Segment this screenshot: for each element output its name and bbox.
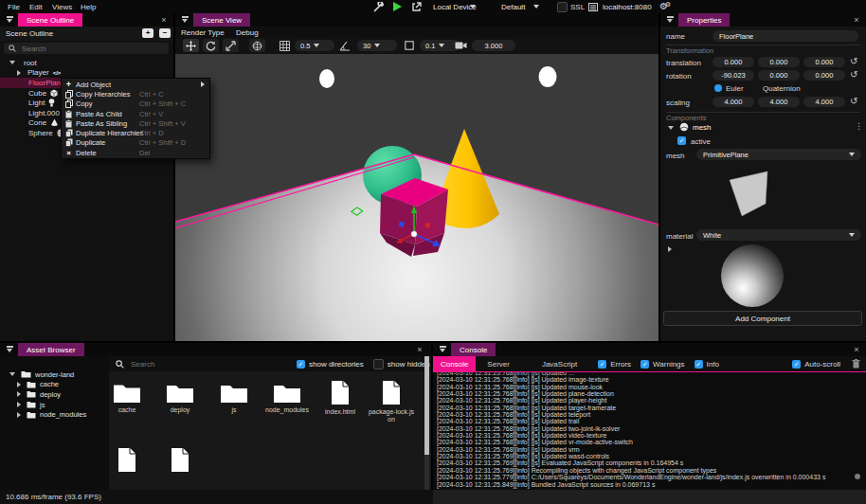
menu-edit[interactable]: Edit (29, 3, 43, 11)
console-subtab-console[interactable]: Console (433, 356, 476, 371)
rotation-z-field[interactable]: 0.000 (803, 70, 845, 81)
component-options-icon[interactable]: ⋮ (855, 121, 863, 131)
debug-menu[interactable]: Debug (236, 28, 259, 37)
console-subtab-server[interactable]: Server (479, 356, 517, 371)
material-expand-arrow[interactable] (668, 246, 672, 252)
trash-icon[interactable] (852, 359, 860, 369)
translation-y-field[interactable]: 0.000 (758, 57, 800, 67)
add-component-button[interactable]: Add Component (663, 311, 862, 326)
show-hidden-checkbox[interactable] (373, 359, 384, 369)
close-icon[interactable]: × (851, 14, 862, 26)
asset-tree-item-node-modules[interactable]: node_modules (0, 409, 109, 420)
config-select-caret[interactable] (533, 5, 539, 9)
tab-asset-browser[interactable]: Asset Browser (18, 343, 84, 356)
menu-item-duplicate[interactable]: Duplicate Ctrl + Shift + D (62, 138, 209, 148)
close-icon[interactable]: × (851, 344, 862, 355)
config-select-value[interactable]: Default (501, 3, 525, 11)
component-collapse-arrow[interactable] (668, 126, 674, 130)
menu-item-paste-as-child[interactable]: Paste As Child Ctrl + V (62, 109, 209, 118)
open-external-icon[interactable] (411, 2, 422, 12)
euler-label[interactable]: Euler (726, 84, 744, 93)
asset-item-cache[interactable]: cache (100, 383, 153, 414)
console-log[interactable]: [2024-03-10 12:31:25.768][info] [js] Upd… (433, 371, 866, 490)
expand-arrow-icon[interactable] (17, 70, 21, 76)
device-select-caret[interactable] (470, 5, 476, 9)
mesh-select[interactable]: PrimitivePlane (696, 149, 861, 160)
menu-item-duplicate-hierarchies[interactable]: Duplicate Hierarchies Ctrl + D (62, 128, 209, 137)
menu-item-copy[interactable]: Copy Ctrl + Shift + C (62, 99, 209, 109)
asset-tree-item-deploy[interactable]: deploy (0, 389, 109, 400)
scaling-x-field[interactable]: 4.000 (713, 97, 754, 107)
camera-speed-input[interactable]: 3.000 (472, 40, 515, 51)
scrollbar-thumb[interactable] (424, 356, 429, 455)
show-directories-checkbox[interactable]: ✓ (297, 360, 305, 369)
autoscroll-checkbox[interactable]: ✓ (792, 360, 801, 369)
scaling-y-field[interactable]: 4.000 (758, 97, 800, 107)
translate-snap-select[interactable]: 0.1 (420, 40, 460, 51)
asset-item-package-lock[interactable]: package-lock.json (365, 380, 418, 423)
viewport-3d[interactable] (175, 54, 659, 341)
expand-arrow-icon[interactable] (17, 412, 21, 418)
menu-file[interactable]: File (8, 3, 20, 11)
render-type-menu[interactable]: Render Type (181, 28, 225, 37)
tab-properties[interactable]: Properties (678, 13, 730, 27)
name-input[interactable]: FloorPlane (713, 30, 858, 42)
warnings-checkbox[interactable]: ✓ (640, 360, 649, 369)
console-scroll-thumb[interactable] (855, 474, 860, 479)
menu-item-delete[interactable]: × Delete Del (62, 148, 209, 157)
material-select[interactable]: White (696, 229, 861, 241)
errors-checkbox[interactable]: ✓ (598, 360, 606, 369)
reset-rotation-icon[interactable]: ↺ (850, 70, 857, 80)
asset-tree-item-cache[interactable]: cache (0, 380, 109, 390)
menu-item-copy-hierarchies[interactable]: Copy Hierarchies Ctrl + C (62, 89, 209, 99)
ssl-checkbox[interactable] (557, 2, 568, 12)
play-icon[interactable] (393, 2, 402, 11)
expand-all-button[interactable]: + (142, 28, 153, 38)
collapse-all-button[interactable]: − (159, 28, 171, 38)
settings-gears-icon[interactable]: ⚙⚙ (659, 1, 674, 11)
asset-item-node-modules[interactable]: node_modules (261, 383, 314, 414)
collapse-arrow-icon[interactable] (9, 372, 15, 376)
translate-tool-button[interactable] (183, 39, 199, 52)
global-local-space-button[interactable] (249, 39, 265, 52)
asset-item-file[interactable] (100, 447, 153, 476)
tree-item-player[interactable]: Player </> (0, 68, 173, 79)
grid-size-select[interactable]: 0.5 (295, 40, 334, 51)
tab-scene-outline[interactable]: Scene Outline (18, 13, 82, 27)
asset-item-js[interactable]: js (207, 383, 261, 414)
reset-scaling-icon[interactable]: ↺ (850, 97, 857, 106)
angle-snap-select[interactable]: 30 (357, 40, 397, 51)
rotation-x-field[interactable]: -90.023 (713, 70, 754, 81)
scaling-z-field[interactable]: 4.000 (803, 97, 845, 107)
server-list-icon[interactable] (588, 3, 598, 11)
rotate-tool-button[interactable] (203, 39, 219, 52)
asset-scrollbar[interactable] (424, 356, 429, 490)
console-subtab-javascript[interactable]: JavaScript (534, 356, 585, 371)
light-objects[interactable] (319, 66, 557, 88)
tab-scene-view[interactable]: Scene View (193, 13, 250, 27)
mesh-component-title[interactable]: mesh (693, 123, 712, 132)
rotation-y-field[interactable]: 0.000 (758, 70, 800, 81)
build-wrench-icon[interactable] (373, 2, 384, 12)
close-icon[interactable]: × (414, 344, 425, 355)
panel-menu-icon[interactable] (6, 16, 14, 24)
expand-arrow-icon[interactable] (17, 382, 21, 387)
asset-tree-item-js[interactable]: js (0, 400, 109, 410)
expand-arrow-icon[interactable] (17, 391, 21, 397)
euler-radio[interactable] (714, 84, 722, 92)
tab-console[interactable]: Console (451, 343, 496, 356)
asset-item-file[interactable] (153, 447, 207, 476)
menu-item-add-object[interactable]: + Add Object (62, 80, 209, 89)
host-address[interactable]: localhost:8080 (603, 3, 652, 11)
asset-item-deploy[interactable]: deploy (153, 383, 207, 414)
collapse-arrow-icon[interactable] (9, 61, 15, 64)
reset-translation-icon[interactable]: ↺ (850, 57, 857, 66)
active-checkbox[interactable]: ✓ (677, 136, 686, 145)
translation-z-field[interactable]: 0.000 (803, 57, 845, 67)
close-icon[interactable]: × (158, 14, 170, 26)
scale-tool-button[interactable] (223, 39, 239, 52)
menu-help[interactable]: Help (81, 3, 96, 11)
asset-search-input[interactable] (129, 359, 289, 369)
translation-x-field[interactable]: 0.000 (713, 57, 754, 67)
panel-menu-icon[interactable] (181, 16, 189, 24)
